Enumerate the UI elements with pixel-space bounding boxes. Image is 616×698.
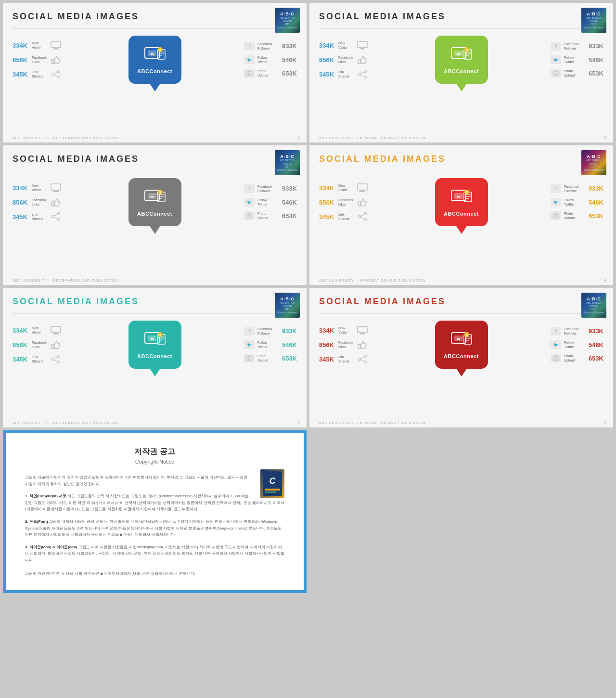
right-num-fb-1: 933K — [282, 42, 297, 50]
svg-line-27 — [360, 75, 364, 77]
right-num-photo-3: 653K — [282, 212, 297, 220]
svg-point-61 — [364, 213, 367, 215]
right-row-2-2: 🐦 FollowTwitter 546K — [551, 55, 603, 64]
svg-rect-1 — [54, 48, 58, 49]
svg-rect-112 — [553, 357, 559, 361]
right-label-photo-3: PhotoUpload — [257, 211, 274, 220]
stat-label-link-1: LinkShared — [32, 70, 47, 78]
share-icon-6 — [357, 354, 368, 364]
stat-num-link-5: 345K — [13, 356, 29, 363]
stat-label-visitor-5: NewVisitor — [32, 326, 47, 335]
stat-row-1-1: 334K NewVisitor — [13, 40, 65, 50]
slide-4-num: 4 — [604, 278, 606, 282]
right-label-photo-1: PhotoUpload — [257, 69, 274, 78]
svg-point-82 — [52, 358, 54, 361]
svg-line-103 — [360, 360, 364, 362]
monitor-icon-5 — [50, 325, 62, 335]
center-bubble-3: $ ABCConnect — [70, 178, 239, 226]
fb-icon-5: f — [244, 327, 255, 336]
svg-rect-41 — [51, 202, 54, 206]
stat-row-3-1: 334K NewVisitor — [13, 183, 65, 193]
stat-row-6-3: 345K LinkShared — [319, 354, 372, 364]
svg-rect-2 — [53, 49, 59, 50]
svg-rect-74 — [553, 214, 559, 218]
divider-1 — [13, 28, 297, 29]
right-row-5-1: f FacebookFollower 933K — [244, 327, 297, 336]
svg-point-80 — [58, 355, 60, 358]
copyright-section2-title: 2. 폰트(Font) — [25, 519, 48, 524]
stat-row-2-2: 856K FacebookLikes — [319, 55, 372, 65]
slide-6-footer: ABC UNIVERSITY - INFORMATION AND PUBLICA… — [319, 421, 425, 425]
logo-5: A·B·C ABC BRITICHUNIVERSITYSchool of Bus… — [275, 293, 300, 318]
stats-area-2: 334K NewVisitor 856K FacebookLikes 345K … — [319, 36, 603, 84]
logo-3: A·B·C ABC BRITICHUNIVERSITYSchool of Bus… — [275, 150, 300, 175]
svg-rect-95 — [358, 326, 367, 333]
slide-5-title: SOCIAL MEDIA IMAGES — [13, 297, 297, 307]
slide-1-title: SOCIAL MEDIA IMAGES — [13, 12, 297, 22]
left-stats-1: 334K NewVisitor 856K FacebookLikes 345K … — [13, 40, 65, 79]
svg-line-7 — [54, 72, 58, 74]
tw-icon-6: 🐦 — [551, 340, 561, 349]
stat-num-visitor-2: 334K — [319, 42, 335, 49]
slide-1-num: 1 — [298, 135, 300, 140]
slide-4-footer: ABC UNIVERSITY - INFORMATION AND PUBLICA… — [319, 279, 425, 282]
stat-num-link-4: 345K — [319, 213, 335, 220]
svg-point-43 — [58, 219, 60, 221]
svg-line-65 — [360, 217, 364, 219]
stats-area-1: 334K NewVisitor 856K FacebookLikes 345K … — [13, 36, 297, 84]
fb-icon-2: f — [551, 42, 561, 51]
svg-line-45 — [54, 214, 58, 216]
svg-point-5 — [58, 76, 60, 78]
svg-line-64 — [360, 214, 364, 216]
right-stats-4: f FacebookFollower 933K 🐦 FollowTwitter … — [551, 184, 603, 220]
stat-label-visitor-1: NewVisitor — [32, 41, 47, 50]
svg-rect-59 — [359, 191, 365, 192]
bubble-label-3: ABCConnect — [137, 211, 172, 217]
svg-point-81 — [58, 361, 60, 363]
svg-text:$: $ — [466, 48, 468, 52]
svg-rect-76 — [51, 326, 61, 333]
stat-row-5-1: 334K NewVisitor — [13, 325, 65, 335]
svg-line-102 — [360, 357, 364, 359]
stat-row-1-2: 856K FacebookLikes — [13, 55, 65, 65]
stat-row-5-3: 345K LinkShared — [13, 354, 65, 364]
stat-num-fb-4: 856K — [319, 199, 335, 206]
thumb-icon-1 — [50, 55, 62, 65]
right-row-1-2: 🐦 FollowTwitter 546K — [244, 55, 297, 64]
copyright-section3: 3. 아이콘(icon) & 아이콘(con) 그림도 내에 사항된 사항들은 … — [25, 544, 284, 564]
svg-point-23 — [364, 70, 367, 73]
svg-point-113 — [555, 358, 557, 360]
stat-num-visitor-5: 334K — [13, 327, 29, 334]
copyright-section3-title: 3. 아이콘(icon) & 아이콘(con) — [25, 545, 77, 549]
logo-4: A·B·C ABC BRITICHUNIVERSITYSchool of Bus… — [581, 150, 606, 175]
svg-rect-55 — [246, 214, 252, 218]
stat-num-link-3: 345K — [13, 213, 29, 220]
thumb-icon-3 — [50, 197, 62, 207]
svg-rect-96 — [360, 333, 364, 334]
svg-line-46 — [54, 217, 58, 219]
stat-row-3-3: 345K LinkShared — [13, 212, 65, 221]
fb-icon-1: f — [244, 42, 255, 51]
slide-1-footer: ABC UNIVERSITY - INFORMATION AND PUBLICA… — [13, 136, 119, 140]
monitor-icon-1 — [50, 40, 62, 50]
divider-2 — [319, 28, 603, 29]
svg-rect-77 — [54, 333, 58, 334]
svg-point-56 — [248, 215, 250, 217]
right-label-photo-6: PhotoUpload — [564, 354, 580, 362]
logo-6: A·B·C ABC BRITICHUNIVERSITYSchool of Bus… — [581, 293, 606, 318]
right-row-2-3: PhotoUpload 653K — [551, 69, 603, 78]
svg-point-24 — [364, 76, 367, 78]
right-label-fb-5: FacebookFollower — [257, 327, 274, 336]
svg-rect-78 — [53, 334, 59, 335]
copyright-section2: 2. 폰트(Font) 그림도 내에서 사용된 공공 폰트는, 한국 출판도 내… — [25, 518, 284, 538]
slide-2: A·B·C ABC BRITICHUNIVERSITYSchool of Bus… — [309, 3, 613, 142]
share-icon-3 — [50, 212, 62, 221]
bubble-icon-6: $ — [450, 331, 473, 351]
bubble-label-6: ABCConnect — [444, 353, 479, 359]
right-stats-2: f FacebookFollower 933K 🐦 FollowTwitter … — [551, 42, 603, 78]
stat-label-link-2: LinkShared — [338, 70, 354, 78]
slide-1: A·B·C ABC BRITICHUNIVERSITYSchool of Bus… — [3, 3, 307, 142]
right-row-4-1: f FacebookFollower 933K — [551, 184, 603, 193]
svg-point-6 — [52, 73, 54, 76]
svg-point-75 — [555, 215, 557, 217]
